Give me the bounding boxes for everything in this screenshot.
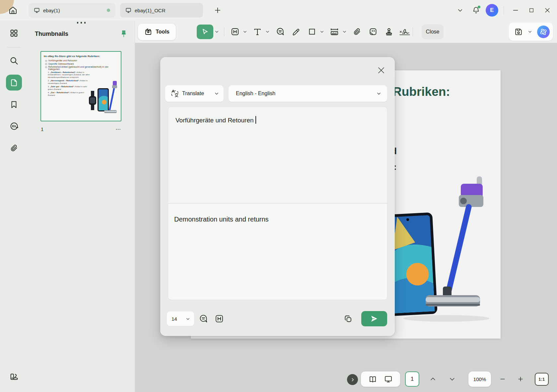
language-pair-dropdown[interactable]: English - English: [229, 85, 387, 102]
grid-icon: [9, 29, 19, 38]
expand-icon: [350, 377, 355, 382]
font-size-dropdown[interactable]: 14: [167, 311, 194, 326]
zoom-level[interactable]: 100%: [468, 371, 491, 387]
thumb-product-images: [85, 79, 119, 118]
view-mode-pill: [361, 371, 400, 387]
translation-result-area[interactable]: Demonstration units and returns: [168, 204, 387, 299]
presentation-button[interactable]: [384, 375, 392, 383]
attach-tool[interactable]: [350, 25, 364, 39]
thumb-bullet-list: Vorführgeräte und Retouren Geprüfte Gebr…: [45, 59, 118, 70]
notifications-button[interactable]: [470, 4, 482, 17]
minimize-icon: [512, 7, 519, 14]
page-number-box[interactable]: 1: [405, 371, 419, 387]
minimize-button[interactable]: [509, 4, 522, 17]
bookmark-icon: [10, 100, 18, 109]
add-tab-button[interactable]: [212, 4, 224, 16]
previous-page-button[interactable]: [427, 373, 439, 385]
tab-ebay1-ocr[interactable]: ebay(1)_OCR: [120, 3, 203, 18]
dialog-close-button[interactable]: [377, 65, 387, 75]
edit-tool-chevron[interactable]: [242, 25, 248, 39]
sidebar-item-search[interactable]: [6, 53, 22, 69]
thumbnails-panel: Thumbnails Im eBay Re-Store gibt es folg…: [28, 21, 135, 392]
tools-button[interactable]: Tools: [138, 23, 176, 40]
maximize-button[interactable]: [525, 4, 538, 17]
chevron-down-icon: [457, 7, 463, 13]
save-button[interactable]: [512, 25, 525, 39]
chevron-down-icon: [449, 376, 455, 382]
comment-panel-icon: [9, 122, 19, 131]
monitor-icon: [34, 7, 40, 13]
thumb-numbered-item: 4. „Gut – Refurbished“: Artikel in gutem…: [48, 92, 90, 97]
close-window-icon: [544, 7, 551, 14]
sidebar-rail: [0, 21, 28, 392]
close-window-button[interactable]: [541, 4, 554, 17]
mode-label: Translate: [182, 91, 204, 97]
signature-icon: [399, 27, 411, 36]
reader-view-button[interactable]: [369, 375, 377, 383]
notification-dot: [478, 6, 480, 8]
titlebar-chevron-button[interactable]: [454, 4, 466, 17]
chevron-up-icon: [430, 376, 436, 382]
paperclip-icon: [353, 28, 361, 36]
sidebar-item-thumbnails[interactable]: [6, 75, 22, 91]
next-page-button[interactable]: [447, 373, 458, 385]
dialog-comment-button[interactable]: [197, 312, 210, 325]
ai-assistant-button[interactable]: [537, 26, 550, 38]
pin-icon: [120, 30, 127, 38]
sidebar-item-grid[interactable]: [6, 25, 22, 41]
measure-tool-chevron[interactable]: [341, 25, 348, 39]
select-tool[interactable]: [197, 25, 213, 39]
modified-dot: [107, 9, 110, 12]
sidebar-item-comments[interactable]: [6, 118, 22, 134]
signature-tool[interactable]: [398, 25, 411, 39]
translated-text: Demonstration units and returns: [174, 216, 269, 223]
save-options-chevron[interactable]: [526, 25, 533, 39]
translate-icon: [171, 89, 179, 98]
statusbar-expand-button[interactable]: [347, 374, 358, 385]
thumb-numbered-item: 2. „Hervorragend – Refurbished“: Artikel…: [48, 80, 90, 85]
thumb-bullet: Geprüfte Gebrauchtware: [45, 63, 118, 65]
zoom-out-button[interactable]: [497, 373, 508, 385]
sticker-tool[interactable]: [366, 25, 380, 39]
home-icon: [8, 6, 18, 15]
monitor-icon: [125, 7, 131, 13]
boxed-h-icon: [215, 314, 224, 323]
select-tool-chevron[interactable]: [213, 25, 220, 39]
sidebar-item-themes[interactable]: [6, 369, 22, 385]
dialog-edit-button[interactable]: [213, 312, 226, 325]
translate-dialog: Translate English - English Vorführgerät…: [160, 57, 395, 336]
home-button[interactable]: [5, 2, 21, 19]
edit-tool[interactable]: [228, 25, 242, 39]
text-tool[interactable]: [251, 25, 264, 39]
actual-size-button[interactable]: 1:1: [535, 373, 549, 386]
shapes-tool-chevron[interactable]: [318, 25, 325, 39]
zoom-in-icon: [517, 376, 524, 382]
boxed-h-icon: [231, 27, 240, 36]
close-tools-button[interactable]: Close: [422, 24, 444, 39]
tab-ebay1[interactable]: ebay(1): [29, 3, 115, 18]
avatar[interactable]: E: [486, 4, 498, 17]
text-tool-chevron[interactable]: [264, 25, 271, 39]
comment-icon: [199, 314, 208, 323]
sidebar-item-attachments[interactable]: [6, 140, 22, 156]
pin-panel-button[interactable]: [120, 30, 127, 38]
highlighter-tool[interactable]: [289, 25, 303, 39]
toolbar-divider: [224, 27, 224, 36]
measure-tool[interactable]: [328, 25, 341, 39]
zoom-in-button[interactable]: [515, 373, 526, 385]
shapes-tool[interactable]: [305, 25, 318, 39]
product-photo: [380, 175, 493, 325]
comment-tool[interactable]: [273, 25, 287, 39]
shape-square-icon: [308, 28, 316, 36]
thumb-bullet: Refurbished Artikel (gebraucht und gener…: [45, 66, 118, 70]
copy-icon: [344, 314, 353, 323]
copy-button[interactable]: [341, 312, 355, 325]
panel-drag-handle[interactable]: [28, 22, 135, 24]
stamp-tool[interactable]: [382, 25, 395, 39]
mode-dropdown[interactable]: Translate: [165, 85, 224, 102]
sidebar-item-bookmarks[interactable]: [6, 97, 22, 112]
thumb-more-button[interactable]: ⋯: [115, 126, 121, 132]
send-button[interactable]: [361, 311, 387, 326]
page-thumbnail-1[interactable]: Im eBay Re-Store gibt es folgende Rubrik…: [40, 51, 121, 121]
source-text-area[interactable]: Vorführgeräte und Retouren: [168, 107, 387, 204]
